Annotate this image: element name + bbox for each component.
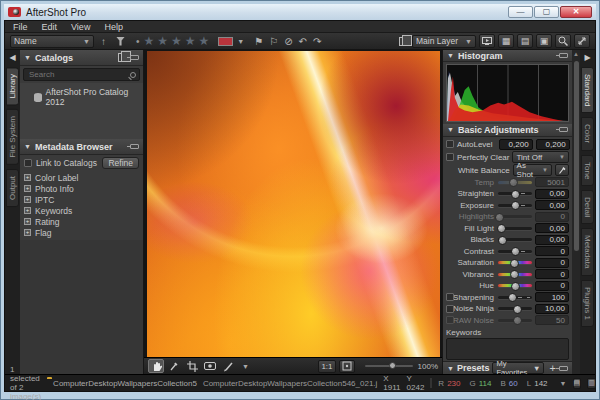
adjustment-checkbox[interactable]	[446, 305, 454, 313]
undo-icon[interactable]: ↶	[299, 36, 307, 47]
white-balance-select[interactable]: As Shot ▼	[513, 164, 552, 176]
expand-icon[interactable]: +	[24, 174, 31, 181]
metadata-tree-item[interactable]: + Photo Info	[24, 183, 139, 194]
adjustment-slider[interactable]	[498, 192, 532, 195]
image-view-button[interactable]: ▣	[536, 34, 552, 48]
expand-icon[interactable]: +	[24, 207, 31, 214]
metadata-tree-item[interactable]: + Keywords	[24, 205, 139, 216]
right-panel-tab[interactable]: Plugins 1	[581, 280, 594, 327]
fit-screen-button[interactable]	[339, 360, 355, 373]
color-label-swatch[interactable]	[218, 37, 233, 46]
adjustment-value[interactable]: 50	[535, 315, 569, 325]
keywords-input[interactable]	[446, 338, 569, 360]
adjustment-value[interactable]: 0,00	[535, 235, 569, 245]
pan-tool-button[interactable]	[148, 359, 164, 373]
metadata-tree-item[interactable]: + Rating	[24, 216, 139, 227]
actual-size-button[interactable]: 1:1	[318, 360, 335, 373]
adjustment-slider[interactable]	[498, 204, 532, 207]
search-input[interactable]	[27, 69, 130, 80]
metadata-tree-item[interactable]: + IPTC	[24, 194, 139, 205]
presets-select[interactable]: My Favorites ▼	[492, 362, 544, 374]
chevron-down-icon[interactable]: ▼	[242, 363, 249, 370]
autolevel-value-2[interactable]: 0,200	[536, 139, 570, 150]
photo-canvas[interactable]	[147, 51, 440, 357]
sort-field-select[interactable]: Name ▼	[10, 35, 94, 48]
star-icon[interactable]: ★	[171, 34, 184, 48]
adjustment-slider[interactable]	[498, 307, 532, 310]
thumbnail-view-button[interactable]: ▦	[498, 34, 514, 48]
adjustment-value[interactable]: 5001	[535, 177, 569, 187]
maximize-button[interactable]: ▢	[534, 6, 559, 18]
left-panel-tab[interactable]: File System	[6, 109, 19, 165]
slideshow-button[interactable]	[479, 34, 495, 48]
catalog-search[interactable]	[23, 68, 140, 81]
right-panel-tab[interactable]: Metadata	[581, 228, 594, 275]
autolevel-value-1[interactable]: 0,200	[499, 139, 533, 150]
close-button[interactable]: ✕	[560, 6, 592, 18]
menu-item[interactable]: View	[71, 22, 90, 32]
star-icon[interactable]: ★	[199, 34, 212, 48]
adjustment-value[interactable]: 0,00	[535, 200, 569, 210]
adjustment-slider[interactable]	[498, 261, 532, 264]
basic-adjustments-header[interactable]: ▼ Basic Adjustments	[443, 124, 572, 136]
metadata-tree-item[interactable]: + Flag	[24, 227, 139, 238]
menu-item[interactable]: File	[13, 22, 28, 32]
refine-button[interactable]: Refine	[102, 157, 139, 169]
star-icon[interactable]: ★	[144, 34, 157, 48]
redeye-tool-button[interactable]	[202, 359, 218, 373]
right-panel-tab[interactable]: Standard	[581, 67, 594, 113]
browse-view-button[interactable]: ▤	[517, 34, 533, 48]
menu-item[interactable]: Help	[104, 22, 123, 32]
adjustment-slider[interactable]	[498, 284, 532, 287]
magnifier-button[interactable]	[555, 34, 571, 48]
layer-select[interactable]: Main Layer ▼	[412, 35, 476, 48]
catalogs-header[interactable]: ▼ Catalogs	[20, 50, 143, 66]
adjustment-value[interactable]: 0	[535, 269, 569, 279]
collapse-left-panel-icon[interactable]: ◀	[9, 50, 15, 65]
white-balance-picker-button[interactable]	[555, 164, 569, 176]
collapse-icon[interactable]: ▼	[447, 365, 454, 372]
chevron-down-icon[interactable]: ▼	[560, 380, 567, 387]
adjustment-value[interactable]: 0	[535, 258, 569, 268]
pin-icon[interactable]	[130, 55, 139, 60]
adjustment-value[interactable]: 0,00	[535, 189, 569, 199]
adjustment-slider[interactable]	[498, 319, 532, 322]
pin-icon[interactable]	[559, 127, 568, 132]
new-catalog-icon[interactable]	[118, 53, 126, 62]
scroll-up-icon[interactable]: ▲	[573, 51, 579, 57]
adjustment-slider[interactable]	[498, 227, 532, 230]
pin-icon[interactable]	[559, 366, 568, 371]
filter-button[interactable]	[113, 35, 128, 48]
expand-icon[interactable]: +	[24, 229, 31, 236]
adjustment-slider[interactable]	[498, 250, 532, 253]
adjustment-slider[interactable]	[498, 273, 532, 276]
histogram-header[interactable]: ▼ Histogram	[443, 50, 572, 62]
layers-icon[interactable]	[399, 37, 407, 46]
left-panel-tab[interactable]: Output	[6, 169, 19, 207]
menu-item[interactable]: Edit	[42, 22, 58, 32]
adjustment-slider[interactable]	[498, 181, 532, 184]
expand-icon[interactable]: +	[24, 185, 31, 192]
adjustment-value[interactable]: 0	[535, 246, 569, 256]
right-panel-scrollbar[interactable]: ▲	[572, 50, 580, 374]
collapse-right-panel-icon[interactable]: ▶	[584, 50, 590, 65]
gamut-toggle-button[interactable]: ▥	[587, 378, 596, 389]
whitebalance-picker-button[interactable]	[166, 359, 182, 373]
title-bar[interactable]: AfterShot Pro — ▢ ✕	[4, 4, 596, 20]
catalog-item[interactable]: AfterShot Pro Catalog 2012	[34, 87, 143, 107]
right-panel-tab[interactable]: Color	[581, 117, 594, 150]
metadata-tree-item[interactable]: + Color Label	[24, 172, 139, 183]
crop-tool-button[interactable]	[184, 359, 200, 373]
pin-icon[interactable]	[559, 53, 568, 58]
right-panel-tab[interactable]: Detail	[581, 190, 594, 224]
zoom-slider[interactable]	[365, 365, 413, 367]
adjustment-checkbox[interactable]	[446, 316, 454, 324]
adjustment-checkbox[interactable]	[446, 293, 454, 301]
sort-direction-button[interactable]: ↑	[96, 35, 111, 48]
proof-toggle-button[interactable]: ▤	[573, 378, 582, 389]
zoom-slider-thumb[interactable]	[389, 362, 396, 369]
adjustment-slider[interactable]	[498, 296, 532, 299]
brush-tool-button[interactable]	[220, 359, 236, 373]
adjustment-value[interactable]: 0	[535, 212, 569, 222]
minimize-button[interactable]: —	[508, 6, 533, 18]
